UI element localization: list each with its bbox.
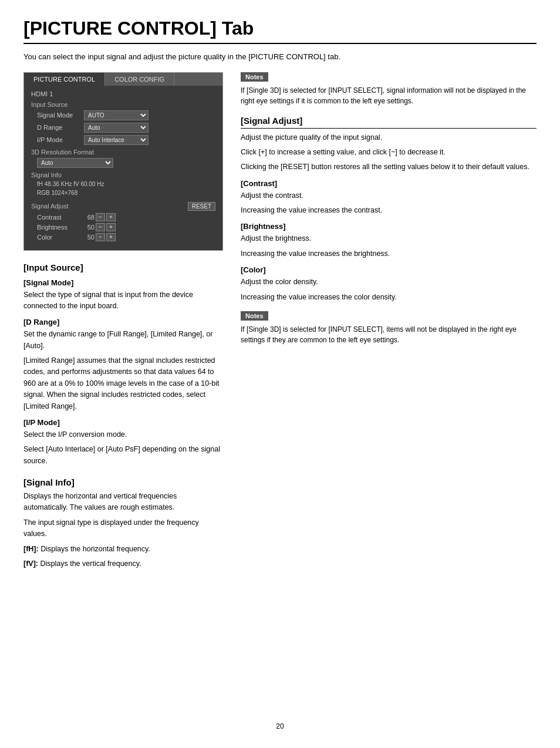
signal-mode-heading: [Signal Mode] <box>23 278 223 287</box>
color-heading: [Color] <box>241 265 537 274</box>
notes1-container: Notes If [Single 3D] is selected for [IN… <box>241 72 537 106</box>
contrast-heading: [Contrast] <box>241 179 537 188</box>
panel-hdmi-label: HDMI 1 <box>31 90 215 97</box>
brightness-text1: Adjust the brightness. <box>241 233 537 244</box>
notes2-text: If [Single 3D] is selected for [INPUT SE… <box>241 324 537 345</box>
panel-contrast-minus[interactable]: − <box>96 213 105 221</box>
d-range-heading: [D Range] <box>23 318 223 326</box>
two-column-layout: PICTURE CONTROL COLOR CONFIG HDMI 1 Inpu… <box>23 72 537 711</box>
color-text2: Increasing the value increases the color… <box>241 292 537 303</box>
panel-brightness-row: Brightness 50 − + <box>31 223 215 231</box>
panel-tabs: PICTURE CONTROL COLOR CONFIG <box>24 73 222 86</box>
panel-d-range-label: D Range <box>37 124 84 131</box>
panel-ip-mode-label: I/P Mode <box>37 136 84 143</box>
panel-color-plus[interactable]: + <box>106 233 116 241</box>
signal-adjust-text2: Click [+] to increase a setting value, a… <box>241 147 537 158</box>
fh-text: [fH]: Displays the horizontal frequency. <box>23 544 223 555</box>
d-range-text2: [Limited Range] assumes that the signal … <box>23 355 223 412</box>
panel-3d-resolution-select[interactable]: Auto <box>37 158 113 168</box>
panel-brightness-value: 50 <box>78 224 95 231</box>
panel-input-source-label: Input Source <box>31 101 215 108</box>
ui-panel: PICTURE CONTROL COLOR CONFIG HDMI 1 Inpu… <box>23 72 223 251</box>
panel-3d-resolution-label: 3D Resolution Format <box>31 149 215 156</box>
panel-signal-info-section: Signal Info fH 48.36 KHz fV 60.00 Hz RGB… <box>31 171 215 197</box>
panel-signal-mode-label: Signal Mode <box>37 112 84 119</box>
fv-text: [fV]: Displays the vertical frequency. <box>23 558 223 570</box>
input-source-heading: [Input Source] <box>23 262 223 272</box>
panel-signal-mode-select[interactable]: AUTO <box>84 110 149 120</box>
signal-info-heading: [Signal Info] <box>23 477 223 487</box>
signal-info-text1: Displays the horizontal and vertical fre… <box>23 491 223 514</box>
panel-ip-mode-row: I/P Mode Auto Interlace <box>31 135 215 145</box>
fv-description: Displays the vertical frequency. <box>40 560 141 568</box>
brightness-heading: [Brightness] <box>241 222 537 231</box>
panel-brightness-label: Brightness <box>37 224 78 231</box>
tab-picture-control[interactable]: PICTURE CONTROL <box>24 73 105 86</box>
intro-text: You can select the input signal and adju… <box>23 51 537 63</box>
signal-mode-text: Select the type of signal that is input … <box>23 289 223 312</box>
signal-info-text2: The input signal type is displayed under… <box>23 517 223 540</box>
panel-color-value: 50 <box>78 234 95 241</box>
tab-color-config[interactable]: COLOR CONFIG <box>105 73 174 86</box>
fh-label: [fH]: <box>23 545 39 553</box>
panel-signal-mode-row: Signal Mode AUTO <box>31 110 215 120</box>
page: [PICTURE CONTROL] Tab You can select the… <box>0 0 560 748</box>
panel-contrast-value: 68 <box>78 214 95 221</box>
signal-adjust-heading: [Signal Adjust] <box>241 116 537 129</box>
page-title: [PICTURE CONTROL] Tab <box>23 18 537 44</box>
fh-description: Displays the horizontal frequency. <box>41 545 150 553</box>
panel-brightness-minus[interactable]: − <box>96 223 105 231</box>
fv-label: [fV]: <box>23 560 38 568</box>
panel-signal-adjust-header: Signal Adjust RESET <box>31 202 215 211</box>
panel-contrast-plus[interactable]: + <box>106 213 116 221</box>
panel-signal-info-line2: RGB 1024×768 <box>31 188 215 197</box>
ip-mode-text1: Select the I/P conversion mode. <box>23 429 223 440</box>
right-column: Notes If [Single 3D] is selected for [IN… <box>241 72 537 711</box>
notes1-text: If [Single 3D] is selected for [INPUT SE… <box>241 85 537 106</box>
panel-signal-info-line1: fH 48.36 KHz fV 60.00 Hz <box>31 180 215 188</box>
panel-3d-resolution-row: Auto <box>31 158 215 168</box>
panel-contrast-row: Contrast 68 − + <box>31 213 215 221</box>
panel-contrast-label: Contrast <box>37 214 78 221</box>
ip-mode-heading: [I/P Mode] <box>23 418 223 427</box>
ip-mode-text2: Select [Auto Interlace] or [Auto PsF] de… <box>23 444 223 467</box>
panel-brightness-plus[interactable]: + <box>106 223 116 231</box>
panel-reset-button[interactable]: RESET <box>188 202 215 211</box>
panel-d-range-row: D Range Auto <box>31 123 215 133</box>
panel-body: HDMI 1 Input Source Signal Mode AUTO D R… <box>24 86 222 250</box>
panel-ip-mode-select[interactable]: Auto Interlace <box>84 135 149 145</box>
notes2-container: Notes If [Single 3D] is selected for [IN… <box>241 311 537 345</box>
page-number: 20 <box>23 722 537 730</box>
notes1-label: Notes <box>241 72 268 82</box>
panel-color-label: Color <box>37 234 78 241</box>
left-column: PICTURE CONTROL COLOR CONFIG HDMI 1 Inpu… <box>23 72 223 711</box>
contrast-text1: Adjust the contrast. <box>241 190 537 201</box>
panel-color-row: Color 50 − + <box>31 233 215 241</box>
d-range-text1: Set the dynamic range to [Full Range], [… <box>23 329 223 352</box>
panel-d-range-select[interactable]: Auto <box>84 123 149 133</box>
color-text1: Adjust the color density. <box>241 277 537 288</box>
notes2-label: Notes <box>241 311 268 321</box>
signal-adjust-text1: Adjust the picture quality of the input … <box>241 132 537 143</box>
signal-adjust-text3: Clicking the [RESET] button restores all… <box>241 161 537 173</box>
panel-color-minus[interactable]: − <box>96 233 105 241</box>
panel-signal-adjust-label: Signal Adjust <box>31 203 69 210</box>
brightness-text2: Increasing the value increases the brigh… <box>241 248 537 260</box>
contrast-text2: Increasing the value increases the contr… <box>241 205 537 216</box>
panel-signal-info-label: Signal Info <box>31 171 215 178</box>
